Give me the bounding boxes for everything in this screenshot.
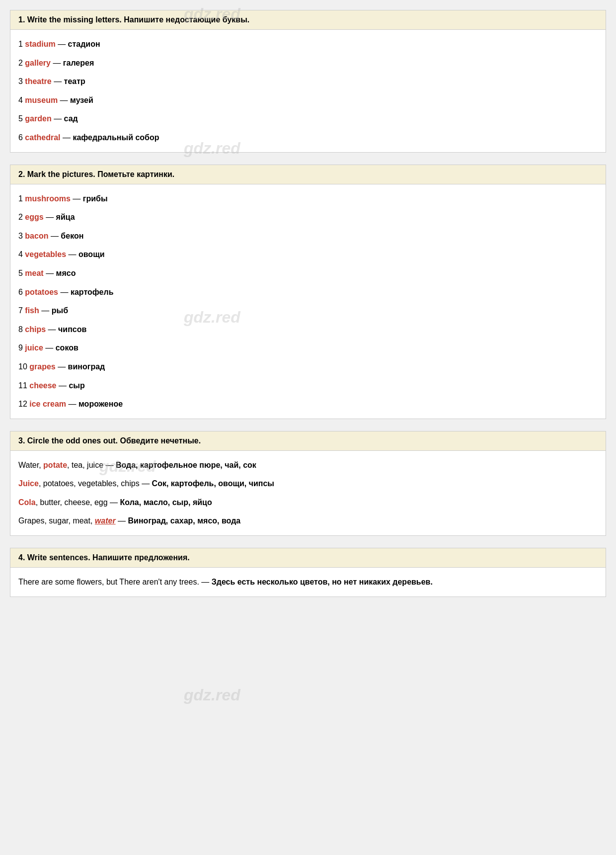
list-item: Juice, potatoes, vegetables, chips — Сок…	[18, 474, 598, 493]
list-item: 1 mushrooms — грибы	[18, 189, 598, 208]
list-item: 3 theatre — театр	[18, 72, 598, 91]
section-2-body: 1 mushrooms — грибы2 eggs — яйца3 bacon …	[10, 184, 606, 419]
list-item: 7 fish — рыб	[18, 301, 598, 320]
watermark-5: gdz.red	[184, 686, 240, 704]
section-1-body: 1 stadium — стадион2 gallery — галерея3 …	[10, 30, 606, 152]
section-1-header: 1. Write the missing letters. Напишите н…	[10, 10, 606, 30]
list-item: 2 eggs — яйца	[18, 208, 598, 227]
section-2: 2. Mark the pictures. Пометьте картинки.…	[10, 165, 606, 419]
section-1: 1. Write the missing letters. Напишите н…	[10, 10, 606, 153]
list-item: 1 stadium — стадион	[18, 35, 598, 54]
section-3-body: Water, potate, tea, juice — Вода, картоф…	[10, 451, 606, 535]
section-2-header: 2. Mark the pictures. Пометьте картинки.	[10, 165, 606, 184]
section-4: 4. Write sentences. Напишите предложения…	[10, 548, 606, 597]
list-item: 6 potatoes — картофель	[18, 283, 598, 302]
list-item: 3 bacon — бекон	[18, 227, 598, 246]
section-3: 3. Circle the odd ones out. Обведите неч…	[10, 431, 606, 536]
list-item: Water, potate, tea, juice — Вода, картоф…	[18, 456, 598, 475]
list-item: 5 garden — сад	[18, 109, 598, 128]
list-item: 10 grapes — виноград	[18, 357, 598, 376]
list-item: 2 gallery — галерея	[18, 54, 598, 73]
section-4-header: 4. Write sentences. Напишите предложения…	[10, 548, 606, 568]
list-item: 4 vegetables — овощи	[18, 245, 598, 264]
section-3-header: 3. Circle the odd ones out. Обведите неч…	[10, 431, 606, 451]
list-item: 9 juice — соков	[18, 339, 598, 357]
list-item: Cola, butter, cheese, egg — Кола, масло,…	[18, 493, 598, 512]
list-item: 5 meat — мясо	[18, 264, 598, 283]
list-item: 11 cheese — сыр	[18, 376, 598, 395]
section-4-body: There are some flowers, but There aren't…	[10, 568, 606, 597]
section-4-text: There are some flowers, but There aren't…	[18, 573, 598, 592]
list-item: 4 museum — музей	[18, 91, 598, 110]
list-item: Grapes, sugar, meat, water — Виноград, с…	[18, 512, 598, 530]
list-item: 6 cathedral — кафедральный собор	[18, 128, 598, 147]
list-item: 8 chips — чипсов	[18, 320, 598, 339]
list-item: 12 ice cream — мороженое	[18, 395, 598, 414]
